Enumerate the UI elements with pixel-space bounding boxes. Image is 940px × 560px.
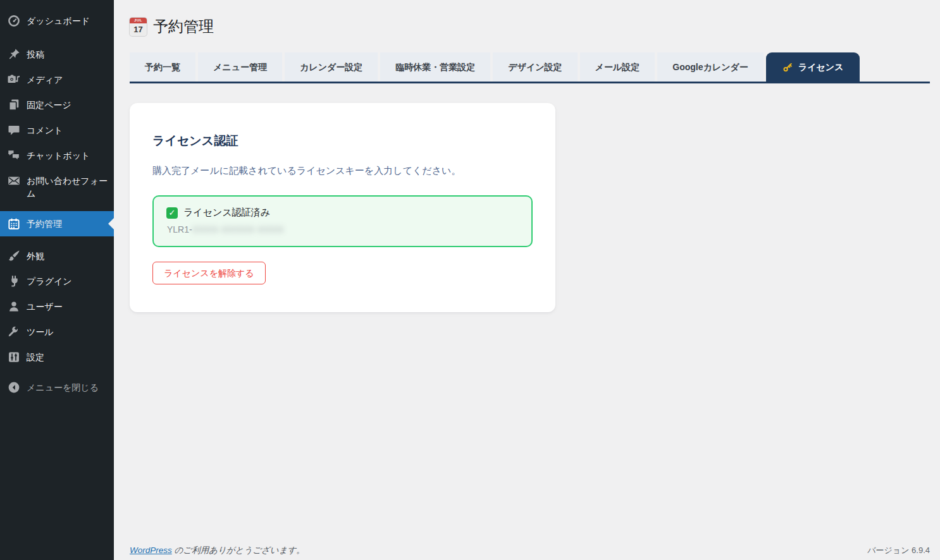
sidebar-item-comments[interactable]: コメント <box>0 118 114 143</box>
sidebar-item-users[interactable]: ユーザー <box>0 294 114 319</box>
sidebar-item-label: 予約管理 <box>27 217 108 230</box>
key-icon <box>782 62 793 73</box>
license-status-line: ✓ ライセンス認証済み <box>166 207 519 219</box>
footer-thanks: WordPress のご利用ありがとうございます。 <box>130 545 305 556</box>
appearance-icon <box>8 250 20 262</box>
tab-mail-settings[interactable]: メール設定 <box>580 52 655 82</box>
sidebar-item-posts[interactable]: 投稿 <box>0 42 114 67</box>
main-content: JUL 17 予約管理 予約一覧 メニュー管理 カレンダー設定 臨時休業・営業設… <box>114 0 940 560</box>
sidebar-item-label: 投稿 <box>27 48 108 61</box>
dashboard-icon <box>8 15 20 27</box>
sidebar-item-label: 固定ページ <box>27 99 108 111</box>
tab-calendar-settings[interactable]: カレンダー設定 <box>285 52 378 82</box>
tab-reservation-list[interactable]: 予約一覧 <box>130 52 195 82</box>
sidebar-item-label: 設定 <box>27 351 108 363</box>
footer-thanks-text: のご利用ありがとうございます。 <box>172 545 305 555</box>
sidebar-item-label: 外観 <box>27 250 108 262</box>
sidebar-item-plugins[interactable]: プラグイン <box>0 269 114 294</box>
license-card: ライセンス認証 購入完了メールに記載されているライセンスキーを入力してください。… <box>130 103 555 312</box>
sidebar-item-reservation-management[interactable]: 予約管理 <box>0 211 114 236</box>
calendar-icon <box>8 217 20 230</box>
check-icon: ✓ <box>166 207 178 219</box>
sidebar-item-label: ダッシュボード <box>27 15 108 27</box>
collapse-icon <box>8 381 20 394</box>
sidebar-item-media[interactable]: メディア <box>0 67 114 92</box>
tab-holiday-business-settings[interactable]: 臨時休業・営業設定 <box>380 52 490 82</box>
settings-icon <box>8 351 20 363</box>
pages-icon <box>8 99 20 111</box>
license-key-prefix: YLR1- <box>167 224 192 234</box>
users-icon <box>8 300 20 313</box>
license-key: YLR1- XXXX-XXXXX-XXXX <box>167 224 519 234</box>
calendar-emoji-day: 17 <box>130 23 147 36</box>
tab-license-label: ライセンス <box>798 61 844 73</box>
license-key-redacted: XXXX-XXXXX-XXXX <box>192 224 285 234</box>
tab-design-settings[interactable]: デザイン設定 <box>493 52 577 82</box>
sidebar-item-label: メディア <box>27 73 108 86</box>
sidebar-item-pages[interactable]: 固定ページ <box>0 92 114 118</box>
sidebar-item-chatbot[interactable]: チャットボット <box>0 143 114 168</box>
sidebar-item-label: メニューを閉じる <box>27 381 108 394</box>
license-description: 購入完了メールに記載されているライセンスキーを入力してください。 <box>152 165 533 177</box>
calendar-emoji-month: JUL <box>130 18 147 23</box>
sidebar-item-collapse-menu[interactable]: メニューを閉じる <box>0 375 114 400</box>
tab-google-calendar[interactable]: Googleカレンダー <box>657 52 764 82</box>
sidebar-item-contact-form[interactable]: お問い合わせフォーム <box>0 168 114 206</box>
footer: WordPress のご利用ありがとうございます。 バージョン 6.9.4 <box>130 545 930 556</box>
mail-icon <box>8 174 20 187</box>
calendar-emoji-icon: JUL 17 <box>130 18 147 36</box>
admin-menu: ダッシュボード 投稿 メディア 固定ページ コメント <box>0 0 114 400</box>
sidebar-item-appearance[interactable]: 外観 <box>0 243 114 269</box>
tools-icon <box>8 326 20 338</box>
plugin-icon <box>8 275 20 288</box>
tab-bar: 予約一覧 メニュー管理 カレンダー設定 臨時休業・営業設定 デザイン設定 メール… <box>130 52 930 83</box>
sidebar-item-label: ユーザー <box>27 300 108 313</box>
sidebar-item-label: プラグイン <box>27 275 108 288</box>
sidebar-item-dashboard[interactable]: ダッシュボード <box>0 8 114 33</box>
sidebar-item-label: お問い合わせフォーム <box>27 174 108 200</box>
sidebar-item-label: コメント <box>27 124 108 137</box>
license-status-label: ライセンス認証済み <box>183 207 270 219</box>
media-icon <box>8 73 20 86</box>
page-title-row: JUL 17 予約管理 <box>130 15 930 38</box>
sidebar-item-tools[interactable]: ツール <box>0 319 114 344</box>
license-heading: ライセンス認証 <box>152 133 533 149</box>
license-status-box: ✓ ライセンス認証済み YLR1- XXXX-XXXXX-XXXX <box>152 195 533 247</box>
tab-menu-management[interactable]: メニュー管理 <box>198 52 282 82</box>
pin-icon <box>8 48 20 61</box>
page-title: 予約管理 <box>153 16 214 37</box>
sidebar-item-label: ツール <box>27 326 108 338</box>
wordpress-link[interactable]: WordPress <box>130 545 172 555</box>
sidebar-item-settings[interactable]: 設定 <box>0 344 114 370</box>
footer-version: バージョン 6.9.4 <box>867 545 930 556</box>
admin-sidebar: ダッシュボード 投稿 メディア 固定ページ コメント <box>0 0 114 560</box>
sidebar-item-label: チャットボット <box>27 149 108 162</box>
tab-license[interactable]: ライセンス <box>766 52 860 82</box>
comment-icon <box>8 124 20 137</box>
chatbot-icon <box>8 149 20 162</box>
deactivate-license-button[interactable]: ライセンスを解除する <box>152 262 266 284</box>
